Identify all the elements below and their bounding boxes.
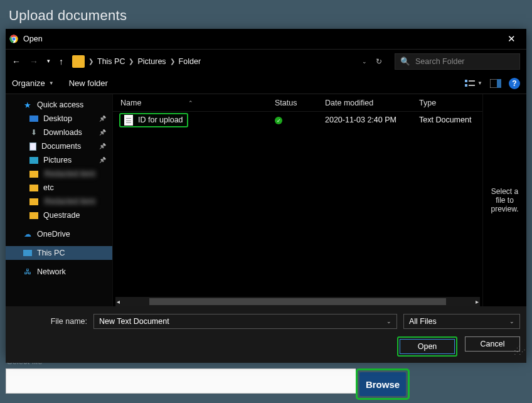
chevron-down-icon: ▼ [49, 80, 54, 86]
chevron-right-icon: ❯ [88, 58, 93, 65]
svg-rect-3 [465, 80, 467, 82]
chevron-down-icon[interactable]: ⌄ [509, 318, 514, 325]
resize-grip-icon[interactable]: ⋰⋰⋰ [514, 347, 524, 354]
breadcrumb-item[interactable]: Folder [179, 57, 201, 66]
star-icon: ★ [23, 100, 32, 109]
refresh-icon[interactable]: ↻ [376, 57, 382, 66]
open-highlight: Open [397, 336, 457, 357]
file-type: Text Document [419, 116, 482, 124]
file-path-input[interactable] [6, 368, 356, 394]
pc-icon [23, 250, 32, 256]
breadcrumb-item[interactable]: Pictures [137, 57, 166, 66]
tree-desktop[interactable]: Desktop [6, 112, 112, 126]
tree-questrade[interactable]: Questrade [6, 208, 112, 222]
chrome-icon [9, 35, 18, 43]
tree-item-obscured[interactable]: Redacted item [6, 195, 112, 208]
nav-recent-icon[interactable]: ▾ [47, 58, 50, 64]
breadcrumb-dropdown-icon[interactable]: ⌄ [362, 58, 367, 65]
chevron-down-icon: ▼ [477, 80, 482, 86]
svg-rect-4 [469, 80, 475, 82]
download-icon: ⬇ [29, 128, 38, 137]
svg-rect-8 [497, 79, 501, 88]
desktop-icon [29, 116, 38, 122]
column-header-name[interactable]: Name⌃ [113, 99, 275, 107]
sync-ok-icon: ✓ [275, 117, 282, 124]
search-placeholder: Search Folder [415, 57, 465, 66]
tree-item-obscured[interactable]: Redacted item [6, 167, 112, 181]
preview-pane-button[interactable] [490, 79, 501, 88]
cloud-icon: ☁ [23, 230, 32, 239]
open-button[interactable]: Open [400, 339, 455, 354]
file-date: 2020-11-03 2:40 PM [325, 116, 419, 124]
tree-etc[interactable]: etc [6, 181, 112, 195]
folder-tree: ★Quick access Desktop ⬇Downloads Documen… [6, 94, 112, 306]
folder-icon [29, 198, 38, 205]
file-name-input[interactable]: New Text Document ⌄ [93, 314, 397, 329]
network-icon: 🖧 [23, 267, 32, 276]
dialog-title: Open [23, 35, 43, 43]
file-highlight: ID for upload [119, 113, 188, 127]
nav-up-icon[interactable]: ↑ [59, 57, 63, 66]
svg-rect-5 [465, 84, 467, 87]
folder-icon [72, 55, 85, 68]
document-icon [29, 142, 36, 151]
view-mode-button[interactable]: ▼ [465, 79, 482, 88]
file-type-filter[interactable]: All Files ⌄ [403, 314, 520, 329]
chevron-right-icon: ❯ [129, 58, 134, 65]
pictures-icon [29, 157, 38, 164]
column-header-type[interactable]: Type [419, 99, 482, 107]
column-header-status[interactable]: Status [275, 99, 325, 107]
search-icon: 🔍 [400, 56, 410, 66]
tree-onedrive[interactable]: ☁OneDrive [6, 227, 112, 241]
scroll-right-icon[interactable]: ▸ [476, 298, 479, 305]
folder-icon [29, 212, 38, 219]
tree-this-pc[interactable]: This PC [6, 246, 112, 260]
column-header-date[interactable]: Date modified [325, 99, 419, 107]
file-row[interactable]: ID for upload ✓ 2020-11-03 2:40 PM Text … [113, 112, 482, 128]
text-file-icon [124, 115, 133, 126]
help-icon[interactable]: ? [509, 78, 520, 89]
breadcrumb-root[interactable]: This PC [97, 57, 125, 66]
tree-documents[interactable]: Documents [6, 139, 112, 153]
organize-menu[interactable]: Organize▼ [12, 78, 54, 88]
browse-button[interactable]: Browse [359, 372, 406, 396]
tree-quick-access[interactable]: ★Quick access [6, 98, 112, 112]
svg-rect-6 [469, 85, 475, 86]
svg-point-2 [12, 37, 15, 40]
page-title: Upload documents [0, 0, 532, 31]
file-name-label: File name: [12, 317, 87, 326]
folder-icon [29, 185, 38, 191]
tree-downloads[interactable]: ⬇Downloads [6, 126, 112, 139]
chevron-down-icon[interactable]: ⌄ [386, 318, 391, 325]
preview-pane: Select a file to preview. [482, 94, 526, 306]
folder-icon [29, 171, 38, 178]
scroll-left-icon[interactable]: ◂ [117, 298, 120, 305]
file-open-dialog: Open ✕ ← → ▾ ↑ ❯ This PC ❯ Pictures ❯ Fo… [6, 29, 526, 357]
chevron-right-icon: ❯ [170, 58, 175, 65]
tree-network[interactable]: 🖧Network [6, 265, 112, 279]
browse-highlight: Browse [356, 368, 410, 400]
horizontal-scrollbar[interactable]: ◂ ▸ [115, 297, 480, 306]
nav-back-icon[interactable]: ← [12, 57, 21, 66]
search-input[interactable]: 🔍 Search Folder [395, 53, 520, 70]
scroll-thumb[interactable] [149, 298, 446, 305]
sort-asc-icon: ⌃ [188, 100, 193, 106]
new-folder-button[interactable]: New folder [69, 78, 108, 88]
cancel-button[interactable]: Cancel [465, 336, 520, 352]
nav-forward-icon: → [29, 57, 38, 66]
file-name: ID for upload [138, 116, 183, 124]
tree-pictures[interactable]: Pictures [6, 153, 112, 167]
breadcrumb[interactable]: ❯ This PC ❯ Pictures ❯ Folder ⌄ ↻ [70, 53, 388, 70]
close-icon[interactable]: ✕ [501, 33, 521, 45]
